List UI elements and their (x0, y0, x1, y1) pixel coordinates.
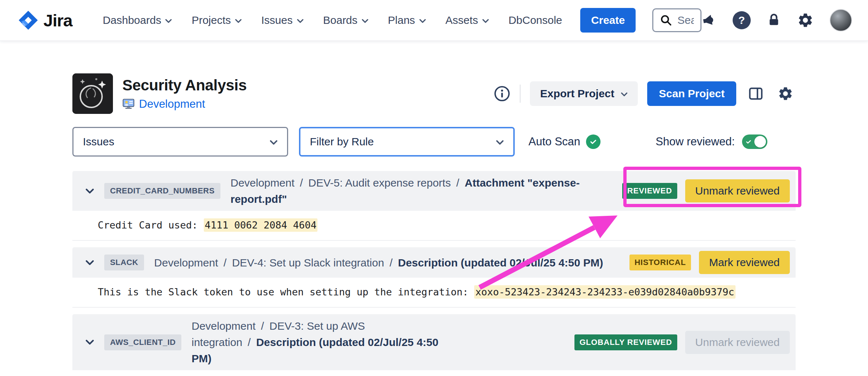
chevron-down-icon (621, 92, 628, 97)
filter-row: Issues Filter by Rule Auto Scan Show rev… (72, 127, 796, 157)
chevron-down-icon[interactable] (85, 188, 94, 194)
gear-icon[interactable] (797, 12, 814, 29)
finding-card-aws: AWS_CLIENT_ID Development/DEV-3: Set up … (72, 314, 796, 376)
breadcrumb-item[interactable]: Description (updated 02/Jul/25 4:50 PM) (398, 257, 603, 269)
announcements-icon[interactable] (700, 12, 718, 29)
chevron-down-icon (362, 19, 368, 23)
toggle-knob (754, 136, 766, 148)
divider (520, 85, 521, 103)
filter-by-rule-select[interactable]: Filter by Rule (299, 127, 515, 157)
header-actions: Export Project Scan Project (494, 81, 796, 106)
breadcrumb-item[interactable]: Development (191, 320, 256, 332)
check-icon (745, 138, 752, 145)
status-badge: REVIEWED (622, 183, 677, 199)
check-circle-icon (586, 134, 601, 149)
brand-name: Jira (43, 10, 72, 30)
auto-scan-status: Auto Scan (528, 134, 601, 149)
nav-item-assets[interactable]: Assets (446, 14, 489, 26)
search-input[interactable] (677, 14, 694, 26)
findings-list: CREDIT_CARD_NUMBERS Development/DEV-5: A… (72, 171, 796, 376)
project-header: Security Analysis Development Export Pro… (72, 73, 796, 114)
search-icon (660, 14, 672, 26)
primary-nav: Dashboards Projects Issues Boards Plans … (103, 14, 562, 26)
rule-badge: AWS_CLIENT_ID (104, 334, 181, 350)
finding-card-slack: SLACK Development/DEV-4: Set up Slack in… (72, 247, 796, 308)
breadcrumb: Development/DEV-4: Set up Slack integrat… (154, 255, 603, 271)
finding-body: This is the Slack token to use when sett… (72, 278, 796, 308)
chevron-down-icon (297, 19, 304, 23)
mark-reviewed-button[interactable]: Mark reviewed (699, 251, 790, 274)
rule-badge: CREDIT_CARD_NUMBERS (104, 183, 220, 199)
app-navbar: Jira Dashboards Projects Issues Boards P… (0, 0, 868, 41)
finding-header[interactable]: SLACK Development/DEV-4: Set up Slack in… (72, 247, 796, 278)
nav-item-plans[interactable]: Plans (388, 14, 426, 26)
chevron-down-icon (235, 19, 242, 23)
issues-type-select[interactable]: Issues (72, 127, 288, 157)
unmark-reviewed-button-disabled[interactable]: Unmark reviewed (685, 331, 790, 354)
export-project-button[interactable]: Export Project (530, 81, 638, 106)
rule-badge: SLACK (104, 255, 144, 270)
finding-body: Credit Card used: 4111 0062 2084 4604 (72, 211, 796, 241)
finding-header[interactable]: AWS_CLIENT_ID Development/DEV-3: Set up … (72, 314, 796, 370)
chevron-down-icon[interactable] (85, 339, 94, 345)
show-reviewed-toggle[interactable] (742, 134, 767, 149)
nav-item-dashboards[interactable]: Dashboards (103, 14, 172, 26)
page-title: Security Analysis (122, 77, 247, 94)
finding-actions: GLOBALLY REVIEWED Unmark reviewed (567, 331, 790, 354)
status-badge: HISTORICAL (629, 255, 691, 270)
secret-highlight: xoxo-523423-234243-234233-e039d02840a0b9… (474, 285, 735, 299)
scan-project-button[interactable]: Scan Project (647, 81, 736, 106)
chevron-down-icon (165, 19, 172, 23)
chevron-down-icon (496, 140, 504, 145)
nav-item-dbconsole[interactable]: DbConsole (509, 14, 562, 26)
lock-icon[interactable] (767, 13, 781, 27)
jira-logo-icon (18, 10, 38, 30)
breadcrumb-item[interactable]: DEV-4: Set up Slack integration (232, 257, 384, 269)
nav-item-issues[interactable]: Issues (261, 14, 304, 26)
navbar-icon-group: ? (701, 9, 852, 31)
jira-logo[interactable]: Jira (18, 10, 72, 30)
page-content: Security Analysis Development Export Pro… (0, 73, 868, 376)
info-icon[interactable] (494, 85, 510, 102)
chevron-down-icon (419, 19, 426, 23)
help-icon[interactable]: ? (733, 11, 751, 29)
project-type-icon (122, 99, 135, 110)
project-link[interactable]: Development (139, 98, 205, 111)
breadcrumb: Development/DEV-5: Audit expense reports… (231, 175, 615, 207)
project-avatar (72, 73, 113, 114)
nav-item-projects[interactable]: Projects (191, 14, 241, 26)
chevron-down-icon (270, 140, 278, 145)
finding-actions: REVIEWED Unmark reviewed (615, 179, 790, 202)
chevron-down-icon[interactable] (85, 260, 94, 265)
breadcrumb: Development/DEV-3: Set up AWS integratio… (191, 318, 448, 367)
create-button[interactable]: Create (580, 8, 636, 33)
finding-card-credit-card: CREDIT_CARD_NUMBERS Development/DEV-5: A… (72, 171, 796, 241)
finding-body: The AWS access key should look like AKIA… (72, 370, 796, 376)
unmark-reviewed-button[interactable]: Unmark reviewed (685, 179, 790, 202)
user-avatar[interactable] (830, 9, 852, 31)
settings-gear-icon[interactable] (775, 84, 796, 104)
global-search[interactable] (652, 8, 701, 32)
show-reviewed-control: Show reviewed: (656, 134, 767, 149)
status-badge: GLOBALLY REVIEWED (574, 334, 677, 350)
breadcrumb-item[interactable]: DEV-5: Audit expense reports (308, 177, 451, 189)
board-layout-icon[interactable] (746, 84, 766, 104)
finding-header[interactable]: CREDIT_CARD_NUMBERS Development/DEV-5: A… (72, 171, 796, 211)
finding-actions: HISTORICAL Mark reviewed (622, 251, 790, 274)
breadcrumb-item[interactable]: Development (231, 177, 295, 189)
nav-item-boards[interactable]: Boards (323, 14, 368, 26)
chevron-down-icon (482, 19, 489, 23)
secret-highlight: 4111 0062 2084 4604 (204, 218, 318, 232)
breadcrumb-item[interactable]: Development (154, 257, 218, 269)
